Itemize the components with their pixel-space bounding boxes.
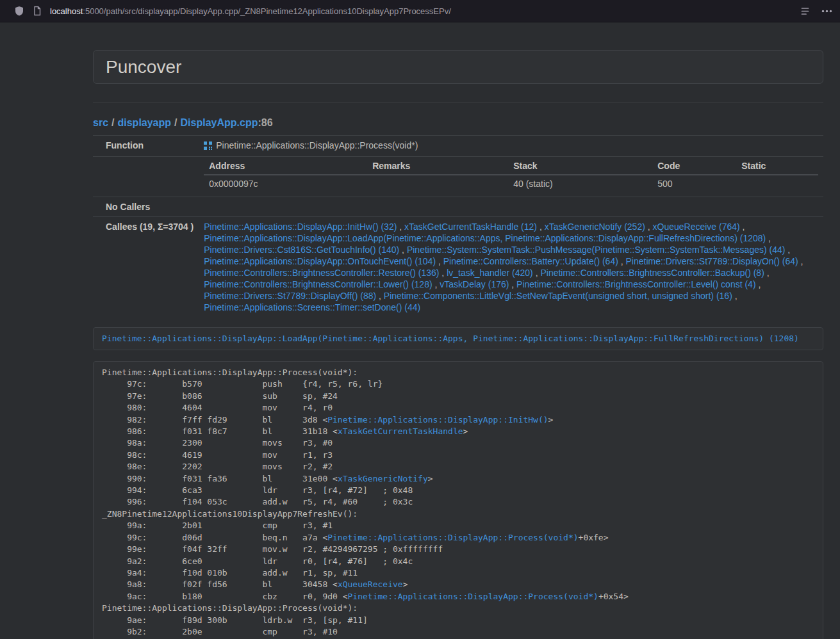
- function-symbol-cell: Pinetime::Applications::DisplayApp::Proc…: [199, 136, 823, 157]
- breadcrumb-link-file[interactable]: DisplayApp.cpp: [181, 117, 258, 128]
- callee-link[interactable]: Pinetime::Applications::DisplayApp::Init…: [204, 222, 397, 232]
- tracking-protection-shield-icon[interactable]: [14, 6, 24, 16]
- url-bar[interactable]: localhost:5000/path/src/displayapp/Displ…: [50, 6, 800, 16]
- code-symbol-link[interactable]: xTaskGenericNotify: [338, 474, 428, 483]
- page-header: Puncover: [93, 50, 823, 84]
- callee-separator: ,: [732, 291, 737, 301]
- stats-value-remarks: [367, 175, 508, 193]
- callee-link[interactable]: Pinetime::Applications::Screens::Timer::…: [204, 302, 420, 312]
- no-callers-label: No Callers: [93, 197, 199, 217]
- breadcrumb-separator: /: [174, 117, 177, 128]
- stats-header-stack: Stack: [508, 158, 652, 175]
- url-host: localhost: [50, 6, 83, 16]
- stats-table-cell: Address Remarks Stack Code Static 0x0000…: [199, 157, 823, 197]
- callee-separator: ,: [509, 279, 516, 289]
- callee-separator: ,: [397, 222, 404, 232]
- callee-link[interactable]: Pinetime::Controllers::Battery::Update()…: [443, 256, 618, 266]
- url-path: :5000/path/src/displayapp/DisplayApp.cpp…: [83, 6, 451, 16]
- callee-link[interactable]: Pinetime::Controllers::BrightnessControl…: [540, 268, 764, 278]
- breadcrumb-line-number: :86: [258, 117, 272, 128]
- stats-value-address: 0x0000097c: [204, 175, 367, 193]
- callee-separator: ,: [740, 222, 745, 232]
- callees-row: Callees (19, Σ=3704 ) Pinetime::Applicat…: [93, 217, 823, 318]
- highlight-box: Pinetime::Applications::DisplayApp::Load…: [93, 327, 823, 350]
- callee-separator: ,: [399, 245, 407, 255]
- callee-separator: ,: [533, 268, 541, 278]
- callee-separator: ,: [618, 256, 626, 266]
- callee-link[interactable]: Pinetime::Controllers::BrightnessControl…: [204, 279, 432, 289]
- function-label: Function: [93, 136, 199, 157]
- callee-link[interactable]: Pinetime::System::SystemTask::PushMessag…: [407, 245, 786, 255]
- callee-link[interactable]: Pinetime::Controllers::BrightnessControl…: [204, 268, 439, 278]
- disassembly: Pinetime::Applications::DisplayApp::Proc…: [93, 361, 823, 639]
- code-symbol-link[interactable]: Pinetime::Applications::DisplayApp::Proc…: [327, 533, 578, 542]
- no-callers-row: No Callers: [93, 197, 823, 217]
- callee-link[interactable]: vTaskDelay (176): [440, 279, 509, 289]
- callee-link[interactable]: Pinetime::Controllers::BrightnessControl…: [516, 279, 755, 289]
- callee-link[interactable]: Pinetime::Components::LittleVgl::SetNewT…: [384, 291, 732, 301]
- callee-link[interactable]: Pinetime::Drivers::St7789::DisplayOn() (…: [626, 256, 798, 266]
- function-row: Function Pinetime::Applications::Display…: [93, 136, 823, 157]
- page-title: Puncover: [106, 56, 811, 77]
- callees-list: Pinetime::Applications::DisplayApp::Init…: [199, 217, 823, 318]
- code-symbol-link[interactable]: Pinetime::Applications::DisplayApp::Init…: [327, 415, 548, 425]
- function-symbol: Pinetime::Applications::DisplayApp::Proc…: [216, 140, 418, 150]
- stats-row-label: [93, 157, 199, 197]
- callee-separator: ,: [764, 268, 770, 278]
- breadcrumb-separator: /: [111, 117, 114, 128]
- stats-value-stack: 40 (static): [508, 175, 652, 193]
- overflow-menu-icon[interactable]: [821, 10, 832, 13]
- stats-table: Address Remarks Stack Code Static 0x0000…: [204, 158, 818, 193]
- callee-separator: ,: [798, 256, 803, 266]
- callee-separator: ,: [645, 222, 653, 232]
- callee-link[interactable]: xQueueReceive (764): [653, 222, 740, 232]
- stats-header-row: Address Remarks Stack Code Static: [204, 158, 818, 175]
- callee-link[interactable]: xTaskGetCurrentTaskHandle (12): [404, 222, 537, 232]
- breadcrumb-link-displayapp[interactable]: displayapp: [117, 117, 171, 128]
- highlight-symbol-link[interactable]: Pinetime::Applications::DisplayApp::Load…: [102, 334, 799, 343]
- code-symbol-link[interactable]: xTaskGetCurrentTaskHandle: [338, 426, 463, 436]
- stats-value-code: 500: [652, 175, 736, 193]
- callee-link[interactable]: Pinetime::Applications::DisplayApp::Load…: [204, 233, 766, 243]
- no-callers-cell: [199, 197, 823, 217]
- callee-link[interactable]: xTaskGenericNotify (252): [545, 222, 645, 232]
- breadcrumb: src/displayapp/DisplayApp.cpp:86: [93, 117, 823, 129]
- callee-separator: ,: [439, 268, 447, 278]
- callee-separator: ,: [785, 245, 790, 255]
- reader-mode-icon[interactable]: [800, 6, 810, 16]
- callee-separator: ,: [537, 222, 545, 232]
- browser-chrome: localhost:5000/path/src/displayapp/Displ…: [0, 0, 840, 22]
- stats-header-code: Code: [652, 158, 736, 175]
- stats-header-remarks: Remarks: [367, 158, 508, 175]
- stats-value-row: 0x0000097c 40 (static) 500: [204, 175, 818, 193]
- code-symbol-link[interactable]: Pinetime::Applications::DisplayApp::Proc…: [348, 592, 598, 601]
- divider: [93, 102, 823, 102]
- function-icon: [204, 141, 212, 152]
- stats-header-static: Static: [736, 158, 818, 175]
- callee-link[interactable]: lv_task_handler (420): [447, 268, 533, 278]
- callee-link[interactable]: Pinetime::Applications::DisplayApp::OnTo…: [204, 256, 436, 266]
- stats-header-address: Address: [204, 158, 367, 175]
- callee-separator: ,: [436, 256, 443, 266]
- page-info-icon[interactable]: [33, 6, 42, 16]
- content-container: Puncover src/displayapp/DisplayApp.cpp:8…: [93, 50, 823, 639]
- stats-value-static: [736, 175, 818, 193]
- callee-separator: ,: [756, 279, 761, 289]
- callees-label: Callees (19, Σ=3704 ): [93, 217, 199, 318]
- callee-link[interactable]: Pinetime::Drivers::St7789::DisplayOff() …: [204, 291, 376, 301]
- callee-link[interactable]: Pinetime::Drivers::Cst816S::GetTouchInfo…: [204, 245, 399, 255]
- breadcrumb-link-src[interactable]: src: [93, 117, 108, 128]
- function-detail-table: Function Pinetime::Applications::Display…: [93, 135, 823, 317]
- callee-separator: ,: [376, 291, 384, 301]
- callee-separator: ,: [766, 233, 771, 243]
- callee-separator: ,: [432, 279, 440, 289]
- stats-row: Address Remarks Stack Code Static 0x0000…: [93, 157, 823, 197]
- code-symbol-link[interactable]: xQueueReceive: [338, 579, 403, 589]
